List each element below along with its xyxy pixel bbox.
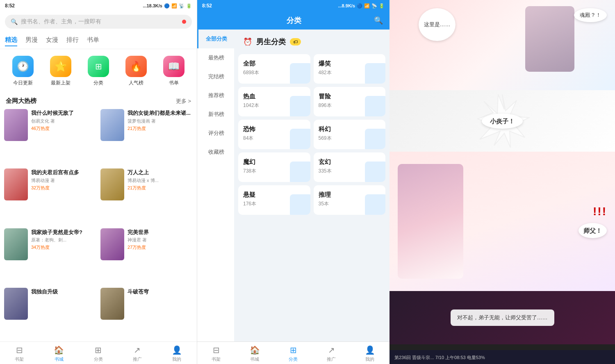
cat-card-bg-7: [365, 162, 385, 182]
book-author-4: 原著：老狗、刺...: [31, 237, 96, 243]
cat-card-detective[interactable]: 推理 35本: [314, 185, 386, 215]
icon-booklist[interactable]: 📖 书单: [163, 56, 184, 86]
cat-card-bg-4: [290, 129, 310, 149]
book-cover-3: [100, 168, 124, 200]
book-title-4: 我家娘子竟然是女帝?: [31, 229, 96, 236]
category-icon: ⊞: [88, 56, 109, 77]
search-bar[interactable]: 🔍 搜书名、作者、主角，一搜即有: [0, 11, 197, 32]
cat-card-bg-0: [290, 63, 310, 84]
tab-featured[interactable]: 精选: [5, 34, 17, 46]
time-left: 8:52: [5, 3, 15, 9]
book-author-0: 创易文化 著: [31, 118, 96, 124]
quick-icons: 🕐 今日更新 ⭐ 最新上架 ⊞ 分类 🔥 人气榜 📖 书单: [0, 49, 197, 93]
icon-new-arrivals[interactable]: ⭐ 最新上架: [50, 56, 71, 86]
cat-sidebar: 全部分类 最热榜 完结榜 推荐榜 新书榜 评分榜 收藏榜: [197, 30, 234, 341]
mid-nav-promo[interactable]: ↗ 推广: [327, 345, 336, 362]
book-info-4: 我家娘子竟然是女帝? 原著：老狗、刺... 34万热度: [31, 228, 96, 280]
book-hot-1: 21万热度: [128, 125, 193, 132]
list-item[interactable]: 完美世界 神漫君 著 27万热度: [100, 227, 193, 282]
cat-card-all[interactable]: 全部 6898本: [238, 54, 310, 84]
mid-nav-category[interactable]: ⊞ 分类: [289, 345, 298, 362]
sidebar-item-newbooks[interactable]: 新书榜: [197, 105, 234, 124]
tab-female-manga[interactable]: 女漫: [46, 34, 58, 46]
manga-view[interactable]: 这里是…… 魂殿？！: [390, 0, 615, 350]
status-right-mid: ...8.9K/s 🔵 📶 📡 🔋: [338, 3, 385, 9]
daily-update-label: 今日更新: [13, 80, 33, 86]
tab-booklist[interactable]: 书单: [87, 34, 99, 46]
cat-card-action[interactable]: 热血 1042本: [238, 87, 310, 116]
book-author-5: 神漫君 著: [128, 237, 193, 243]
cat-section-header: ⏰ 男生分类 🏷: [238, 34, 385, 50]
search-input-wrap[interactable]: 🔍 搜书名、作者、主角，一搜即有: [5, 15, 192, 29]
mid-nav-bookstore[interactable]: 🏠 书城: [250, 345, 260, 362]
signal-icon: 📶: [171, 3, 177, 9]
nav-bookshelf-label: 书架: [15, 356, 24, 362]
list-item[interactable]: 我家娘子竟然是女帝? 原著：老狗、刺... 34万热度: [4, 227, 96, 282]
hot-section-title: 全网大热榜: [6, 97, 36, 105]
cat-card-horror[interactable]: 恐怖 84本: [238, 120, 310, 149]
mid-bookshelf-icon: ⊟: [213, 345, 220, 355]
more-link[interactable]: 更多 >: [176, 98, 191, 105]
list-item[interactable]: 我什么时候无敌了 创易文化 著 46万热度: [4, 107, 96, 163]
sidebar-item-all[interactable]: 全部分类: [197, 30, 234, 48]
book-hot-0: 46万热度: [31, 125, 96, 132]
icon-popularity[interactable]: 🔥 人气榜: [125, 56, 147, 86]
book-author-1: 菠萝包漫画 著: [128, 118, 193, 124]
sidebar-item-recommended[interactable]: 推荐榜: [197, 86, 234, 105]
mid-promo-icon: ↗: [328, 345, 335, 355]
sidebar-item-completed[interactable]: 完结榜: [197, 67, 234, 86]
list-item[interactable]: 斗破苍穹: [100, 286, 193, 341]
icon-daily-update[interactable]: 🕐 今日更新: [12, 56, 34, 86]
mid-nav-promo-label: 推广: [327, 356, 336, 362]
mid-panel: 8:52 ...8.9K/s 🔵 📶 📡 🔋 分类 🔍 全部分类 最热榜 完结榜…: [197, 0, 390, 364]
new-arrivals-icon: ⭐: [50, 56, 71, 77]
sidebar-item-rated[interactable]: 评分榜: [197, 124, 234, 143]
cat-card-mystery[interactable]: 悬疑 176本: [238, 185, 310, 215]
booklist-label: 书单: [169, 80, 179, 86]
sidebar-item-favorites[interactable]: 收藏榜: [197, 143, 234, 162]
cat-card-bg-2: [290, 96, 310, 116]
cat-card-bg-3: [365, 96, 385, 116]
mid-nav-profile[interactable]: 👤 我的: [365, 345, 375, 362]
manga-dark-area: 对不起，弟子无能，让师父受苦了……: [390, 303, 615, 333]
nav-promo[interactable]: ↗ 推广: [133, 345, 142, 362]
promo-icon: ↗: [134, 345, 141, 355]
list-item[interactable]: 我的夫君后宫有点多 博易动漫 著 32万热度: [4, 167, 96, 222]
book-title-6: 我独自升级: [31, 289, 96, 296]
mid-search-button[interactable]: 🔍: [374, 16, 383, 25]
list-item[interactable]: 万人之上 博易动漫 x 博... 21万热度: [100, 167, 193, 222]
cat-grid: 全部 6898本 爆笑 482本 热血 1042本 冒险 896本: [238, 54, 385, 215]
nav-category-left[interactable]: ⊞ 分类: [94, 345, 103, 362]
status-bar-mid: 8:52 ...8.9K/s 🔵 📶 📡 🔋: [197, 0, 390, 11]
manga-page-3: !!! 师父！: [390, 152, 615, 291]
list-item[interactable]: 我独自升级: [4, 286, 96, 341]
tab-male-manga[interactable]: 男漫: [25, 34, 38, 46]
cat-card-fantasy[interactable]: 玄幻 335本: [314, 152, 386, 182]
list-item[interactable]: 我的女徒弟们都是未来诸... 菠萝包漫画 著 21万热度: [100, 107, 193, 163]
cat-card-adventure[interactable]: 冒险 896本: [314, 87, 386, 116]
cat-card-magic[interactable]: 魔幻 738本: [238, 152, 310, 182]
nav-profile[interactable]: 👤 我的: [172, 345, 182, 362]
bt-icon-mid: 🔵: [357, 3, 362, 9]
nav-tabs: 精选 男漫 女漫 排行 书单: [0, 32, 197, 49]
signal-icon-mid: 📶: [364, 3, 370, 9]
nav-bookshelf[interactable]: ⊟ 书架: [15, 345, 24, 362]
speech-bubble-4: 师父！: [579, 223, 607, 238]
book-hot-2: 32万热度: [31, 185, 96, 191]
mid-nav-bookshelf[interactable]: ⊟ 书架: [212, 345, 221, 362]
cat-card-funny[interactable]: 爆笑 482本: [314, 54, 386, 84]
sidebar-item-hottest[interactable]: 最热榜: [197, 48, 234, 67]
category-layout: 全部分类 最热榜 完结榜 推荐榜 新书榜 评分榜 收藏榜 ⏰ 男生分类 🏷 全部…: [197, 30, 390, 341]
icon-category[interactable]: ⊞ 分类: [88, 56, 109, 86]
manga-panel-left-1: 这里是……: [390, 0, 485, 90]
tab-ranking[interactable]: 排行: [66, 34, 79, 46]
cat-card-bg-6: [290, 162, 310, 182]
nav-bookstore[interactable]: 🏠 书城: [54, 345, 64, 362]
cat-section-tag: 🏷: [290, 38, 301, 46]
cat-card-scifi[interactable]: 科幻 569本: [314, 120, 386, 149]
booklist-icon: 📖: [163, 56, 184, 77]
speech-bubble-3: 小炎子！: [482, 114, 523, 129]
network-mid: ...8.9K/s: [338, 3, 355, 8]
book-info-0: 我什么时候无敌了 创易文化 著 46万热度: [31, 109, 96, 161]
search-record-button[interactable]: [182, 20, 186, 24]
